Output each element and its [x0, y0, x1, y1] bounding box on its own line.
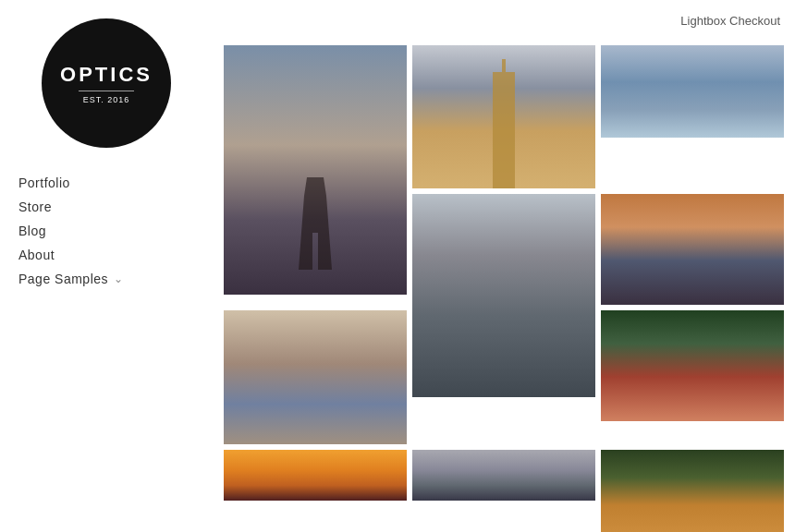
- nav-item-page-samples[interactable]: Page Samples ⌄: [18, 272, 123, 286]
- logo-divider: [79, 91, 134, 91]
- lightbox-checkout-link[interactable]: Lightbox Checkout: [680, 14, 780, 28]
- photo-man-rocks[interactable]: [224, 45, 407, 305]
- sidebar: OPTICS EST. 2016 Portfolio Store Blog Ab…: [0, 0, 213, 532]
- nav-item-store[interactable]: Store: [18, 200, 52, 214]
- logo-est: EST. 2016: [83, 95, 130, 104]
- photo-sunset-beach[interactable]: [224, 450, 407, 532]
- photo-grid: [220, 42, 788, 532]
- photo-empire-state[interactable]: [412, 45, 595, 188]
- nav-item-blog[interactable]: Blog: [18, 224, 46, 238]
- nav-item-portfolio[interactable]: Portfolio: [18, 175, 70, 190]
- photo-valley[interactable]: [412, 194, 595, 444]
- navigation: Portfolio Store Blog About Page Samples …: [0, 175, 213, 286]
- photo-autumn-forest[interactable]: [601, 450, 784, 532]
- header-bar: Lightbox Checkout: [213, 0, 795, 42]
- photo-flat-iron[interactable]: [412, 450, 595, 532]
- photo-man-scarf[interactable]: [224, 310, 407, 444]
- nav-item-page-samples-label: Page Samples: [18, 272, 108, 286]
- logo[interactable]: OPTICS EST. 2016: [42, 18, 171, 148]
- photo-kayak[interactable]: [601, 310, 784, 444]
- main-content: [213, 0, 795, 532]
- chevron-down-icon: ⌄: [114, 272, 123, 286]
- nav-item-about[interactable]: About: [18, 248, 55, 262]
- logo-title: OPTICS: [60, 63, 153, 87]
- photo-road[interactable]: [601, 194, 784, 305]
- photo-bridge[interactable]: [601, 45, 784, 188]
